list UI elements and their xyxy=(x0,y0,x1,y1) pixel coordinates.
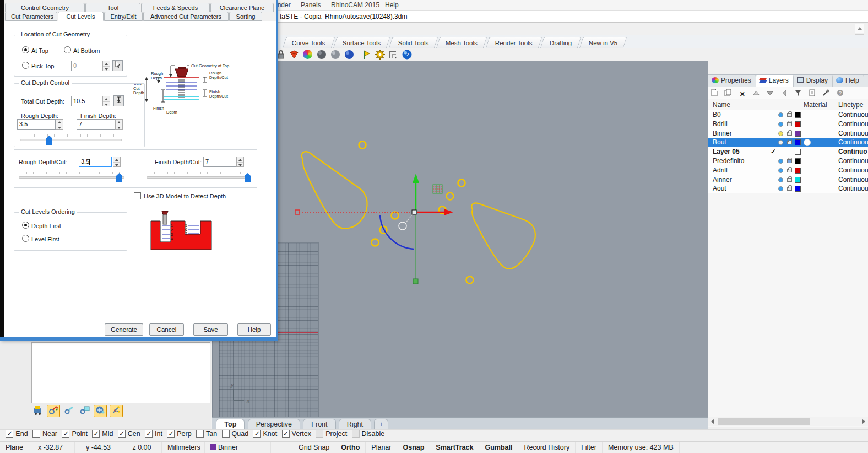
visibility-bulb-icon[interactable] xyxy=(778,177,783,182)
toggle-osnap[interactable]: Osnap xyxy=(397,442,430,453)
visibility-bulb-icon[interactable] xyxy=(778,186,783,191)
osnap-vertex[interactable]: Vertex xyxy=(282,430,311,438)
render-mesh-icon[interactable] xyxy=(289,49,300,60)
osnap-end[interactable]: End xyxy=(6,430,28,438)
tab-drafting[interactable]: Drafting xyxy=(540,37,581,48)
lock-icon[interactable] xyxy=(787,187,792,191)
machining-list[interactable] xyxy=(31,342,210,403)
help-sphere-icon[interactable]: ? xyxy=(402,49,413,60)
layer-row-aout[interactable]: Aout✓Continuou xyxy=(708,184,868,193)
checkbox[interactable] xyxy=(167,430,175,438)
osnap-cen[interactable]: Cen xyxy=(118,430,140,438)
post-icon[interactable] xyxy=(94,405,107,417)
column-material[interactable]: Material xyxy=(804,101,827,109)
tab-mesh-tools[interactable]: Mesh Tools xyxy=(436,37,487,48)
column-name[interactable]: Name xyxy=(713,101,730,109)
tab-cut-parameters[interactable]: Cut Parameters xyxy=(5,12,57,21)
lock-icon[interactable] xyxy=(787,178,792,182)
layer-row-layer05[interactable]: Layer 05✓Continuo xyxy=(708,147,868,157)
visibility-bulb-icon[interactable] xyxy=(778,168,783,173)
viewport-top[interactable] xyxy=(212,61,708,417)
osnap-quad[interactable]: Quad xyxy=(222,430,249,438)
osnap-tan[interactable]: Tan xyxy=(196,430,217,438)
current-layer-chip[interactable]: Binner xyxy=(205,442,271,453)
sphere-gray-icon[interactable] xyxy=(330,49,341,60)
toggle-grid-snap[interactable]: Grid Snap xyxy=(293,442,335,453)
menu-item-panels[interactable]: Panels xyxy=(301,1,321,9)
radio-level-first[interactable] xyxy=(22,235,29,242)
material-sphere[interactable] xyxy=(804,139,811,146)
lock-icon[interactable] xyxy=(787,122,792,126)
rough-cut-spinner[interactable] xyxy=(113,157,121,167)
toggle-ortho[interactable]: Ortho xyxy=(335,442,366,453)
layer-row-bout[interactable]: Bout✓Continuou xyxy=(708,138,868,147)
use-3d-model-checkbox[interactable] xyxy=(134,192,141,199)
copy-layer-icon[interactable] xyxy=(722,88,734,99)
layer-color-swatch[interactable] xyxy=(795,149,801,155)
layer-row-adrill[interactable]: Adrill✓Continuou xyxy=(708,166,868,175)
checkbox[interactable] xyxy=(253,430,261,438)
tab-tool[interactable]: Tool xyxy=(85,3,140,12)
rough-depth-input[interactable]: 3.5 xyxy=(17,119,56,130)
toggle-filter[interactable]: Filter xyxy=(576,442,603,453)
rough-depth-spinner[interactable] xyxy=(56,119,63,130)
viewport-tab-right[interactable]: Right xyxy=(339,419,371,430)
scrollbar-thumb[interactable] xyxy=(718,418,810,425)
lock-icon[interactable] xyxy=(787,159,792,163)
simulate-icon[interactable] xyxy=(63,405,76,417)
layer-color-swatch[interactable] xyxy=(795,168,801,174)
checkbox[interactable] xyxy=(62,430,69,438)
toggle-planar[interactable]: Planar xyxy=(366,442,397,453)
sphere-blue-icon[interactable] xyxy=(344,49,355,60)
tab-render-tools[interactable]: Render Tools xyxy=(485,37,541,48)
rough-depth-cut-input[interactable]: 3.5 xyxy=(79,157,112,167)
scroll-up-button[interactable] xyxy=(855,24,864,33)
viewport-tab-top[interactable]: Top xyxy=(216,419,245,430)
save-button[interactable]: Save xyxy=(193,323,228,336)
layer-row-predefinito[interactable]: Predefinito✓Continuou xyxy=(708,157,868,166)
toolpath-icon[interactable] xyxy=(47,405,60,417)
rough-cut-thumb[interactable] xyxy=(116,173,122,182)
viewport-tab-front[interactable]: Front xyxy=(303,419,335,430)
finish-cut-track[interactable] xyxy=(147,176,250,179)
checkbox[interactable] xyxy=(282,430,290,438)
tab-control-geometry[interactable]: Control Geometry xyxy=(5,3,85,12)
depth-slider-track[interactable] xyxy=(20,139,122,141)
rough-cut-track[interactable] xyxy=(19,176,124,179)
radio-pick-top[interactable] xyxy=(22,62,29,69)
tab-surface-tools[interactable]: Surface Tools xyxy=(333,37,390,48)
toggle-record-history[interactable]: Record History xyxy=(518,442,576,453)
cancel-button[interactable]: Cancel xyxy=(149,323,184,336)
radio-depth-first[interactable] xyxy=(22,222,29,229)
checkbox[interactable] xyxy=(145,430,153,438)
total-cut-depth-input[interactable]: 10.5 xyxy=(71,96,102,106)
scroll-right-arrow[interactable] xyxy=(862,419,865,424)
help-button[interactable]: Help xyxy=(237,323,271,336)
visibility-bulb-icon[interactable] xyxy=(778,112,783,117)
layer-color-swatch[interactable] xyxy=(795,158,801,164)
layer-row-b0[interactable]: B0✓Continuou xyxy=(708,110,868,120)
filter-icon[interactable] xyxy=(792,89,804,100)
menu-item-rhinocam[interactable]: RhinoCAM 2015 xyxy=(331,1,379,9)
layer-color-swatch[interactable] xyxy=(795,139,801,145)
cplane-button[interactable]: Plane xyxy=(0,442,26,453)
checkbox[interactable] xyxy=(6,430,13,438)
osnap-point[interactable]: Point xyxy=(62,430,88,438)
move-up-icon[interactable] xyxy=(750,89,762,100)
move-down-icon[interactable] xyxy=(764,89,776,100)
osnap-near[interactable]: Near xyxy=(32,430,57,438)
stock-icon[interactable] xyxy=(78,405,91,417)
layer-row-ainner[interactable]: Ainner✓Continuou xyxy=(708,175,868,185)
new-layer-icon[interactable] xyxy=(708,88,720,99)
finish-cut-thumb[interactable] xyxy=(245,173,251,182)
column-linetype[interactable]: Linetype xyxy=(838,101,863,109)
layer-row-bdrill[interactable]: Bdrill✓Continuou xyxy=(708,120,868,129)
pick-depth-button[interactable] xyxy=(113,95,124,106)
checkbox[interactable] xyxy=(222,430,230,438)
visibility-bulb-icon[interactable] xyxy=(778,140,783,145)
osnap-perp[interactable]: Perp xyxy=(167,430,191,438)
machine-setup-icon[interactable] xyxy=(31,405,45,417)
menu-item-help[interactable]: Help xyxy=(385,1,399,9)
total-depth-spinner[interactable] xyxy=(102,96,110,106)
layer-color-swatch[interactable] xyxy=(795,177,801,183)
